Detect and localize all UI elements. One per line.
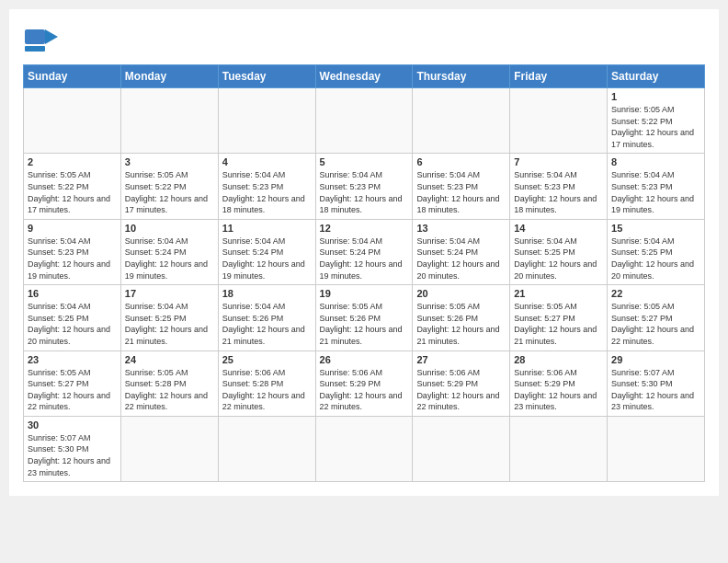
day-number: 17 xyxy=(125,288,214,299)
svg-rect-0 xyxy=(25,29,45,44)
day-number: 13 xyxy=(416,223,506,234)
day-info: Sunrise: 5:07 AM Sunset: 5:30 PM Dayligh… xyxy=(28,432,117,478)
calendar-day-cell: 16Sunrise: 5:04 AM Sunset: 5:25 PM Dayli… xyxy=(24,285,121,350)
weekday-header-monday: Monday xyxy=(120,65,218,88)
day-number: 2 xyxy=(28,156,117,167)
day-number: 27 xyxy=(416,354,506,365)
weekday-header-thursday: Thursday xyxy=(413,65,510,88)
calendar-day-cell: 14Sunrise: 5:04 AM Sunset: 5:25 PM Dayli… xyxy=(510,219,608,284)
day-info: Sunrise: 5:04 AM Sunset: 5:23 PM Dayligh… xyxy=(514,169,603,215)
calendar: SundayMondayTuesdayWednesdayThursdayFrid… xyxy=(23,64,705,482)
day-info: Sunrise: 5:05 AM Sunset: 5:28 PM Dayligh… xyxy=(125,367,214,413)
day-number: 25 xyxy=(222,354,312,365)
day-number: 28 xyxy=(514,354,603,365)
calendar-day-cell: 13Sunrise: 5:04 AM Sunset: 5:24 PM Dayli… xyxy=(413,219,510,284)
calendar-day-cell: 1Sunrise: 5:05 AM Sunset: 5:22 PM Daylig… xyxy=(608,88,705,154)
day-number: 8 xyxy=(611,156,700,167)
day-number: 9 xyxy=(28,223,117,234)
calendar-day-cell: 4Sunrise: 5:04 AM Sunset: 5:23 PM Daylig… xyxy=(218,154,315,219)
calendar-day-cell xyxy=(315,88,413,154)
calendar-day-cell xyxy=(218,88,315,154)
day-number: 11 xyxy=(222,223,312,234)
calendar-day-cell xyxy=(608,416,705,481)
day-number: 30 xyxy=(28,419,117,431)
svg-rect-2 xyxy=(25,46,45,52)
calendar-day-cell xyxy=(218,416,315,481)
day-number: 26 xyxy=(320,354,409,365)
svg-marker-1 xyxy=(45,29,58,44)
weekday-header-friday: Friday xyxy=(510,65,608,88)
day-number: 19 xyxy=(320,288,409,299)
weekday-row: SundayMondayTuesdayWednesdayThursdayFrid… xyxy=(24,65,705,88)
calendar-day-cell xyxy=(510,416,608,481)
page: SundayMondayTuesdayWednesdayThursdayFrid… xyxy=(9,9,719,496)
day-info: Sunrise: 5:04 AM Sunset: 5:23 PM Dayligh… xyxy=(320,169,409,215)
day-info: Sunrise: 5:04 AM Sunset: 5:25 PM Dayligh… xyxy=(125,301,214,347)
day-number: 15 xyxy=(611,223,700,234)
calendar-day-cell: 21Sunrise: 5:05 AM Sunset: 5:27 PM Dayli… xyxy=(510,285,608,350)
calendar-day-cell: 10Sunrise: 5:04 AM Sunset: 5:24 PM Dayli… xyxy=(120,219,218,284)
calendar-day-cell: 19Sunrise: 5:05 AM Sunset: 5:26 PM Dayli… xyxy=(315,285,413,350)
calendar-week-row: 16Sunrise: 5:04 AM Sunset: 5:25 PM Dayli… xyxy=(24,285,705,350)
day-info: Sunrise: 5:07 AM Sunset: 5:30 PM Dayligh… xyxy=(611,367,700,413)
calendar-day-cell: 26Sunrise: 5:06 AM Sunset: 5:29 PM Dayli… xyxy=(315,350,413,416)
day-info: Sunrise: 5:04 AM Sunset: 5:25 PM Dayligh… xyxy=(611,236,700,282)
calendar-day-cell: 29Sunrise: 5:07 AM Sunset: 5:30 PM Dayli… xyxy=(608,350,705,416)
calendar-day-cell xyxy=(413,88,510,154)
calendar-day-cell: 12Sunrise: 5:04 AM Sunset: 5:24 PM Dayli… xyxy=(315,219,413,284)
day-info: Sunrise: 5:05 AM Sunset: 5:27 PM Dayligh… xyxy=(514,301,603,347)
calendar-day-cell: 22Sunrise: 5:05 AM Sunset: 5:27 PM Dayli… xyxy=(608,285,705,350)
weekday-header-tuesday: Tuesday xyxy=(218,65,315,88)
day-number: 14 xyxy=(514,223,603,234)
day-info: Sunrise: 5:06 AM Sunset: 5:28 PM Dayligh… xyxy=(222,367,312,413)
calendar-day-cell: 17Sunrise: 5:04 AM Sunset: 5:25 PM Dayli… xyxy=(120,285,218,350)
calendar-day-cell xyxy=(510,88,608,154)
day-info: Sunrise: 5:04 AM Sunset: 5:25 PM Dayligh… xyxy=(28,301,117,347)
calendar-day-cell: 8Sunrise: 5:04 AM Sunset: 5:23 PM Daylig… xyxy=(608,154,705,219)
logo xyxy=(23,22,63,59)
day-number: 21 xyxy=(514,288,603,299)
day-info: Sunrise: 5:05 AM Sunset: 5:22 PM Dayligh… xyxy=(125,169,214,215)
day-info: Sunrise: 5:05 AM Sunset: 5:26 PM Dayligh… xyxy=(416,301,506,347)
day-number: 20 xyxy=(416,288,506,299)
day-number: 29 xyxy=(611,354,700,365)
calendar-day-cell xyxy=(315,416,413,481)
calendar-day-cell: 24Sunrise: 5:05 AM Sunset: 5:28 PM Dayli… xyxy=(120,350,218,416)
day-number: 10 xyxy=(125,223,214,234)
calendar-week-row: 1Sunrise: 5:05 AM Sunset: 5:22 PM Daylig… xyxy=(24,88,705,154)
day-info: Sunrise: 5:05 AM Sunset: 5:22 PM Dayligh… xyxy=(28,169,117,215)
weekday-header-saturday: Saturday xyxy=(608,65,705,88)
calendar-day-cell: 2Sunrise: 5:05 AM Sunset: 5:22 PM Daylig… xyxy=(24,154,121,219)
day-number: 5 xyxy=(320,156,409,167)
day-number: 1 xyxy=(611,91,700,102)
day-info: Sunrise: 5:04 AM Sunset: 5:24 PM Dayligh… xyxy=(222,236,312,282)
day-number: 12 xyxy=(320,223,409,234)
day-number: 24 xyxy=(125,354,214,365)
calendar-day-cell xyxy=(24,88,121,154)
calendar-day-cell: 6Sunrise: 5:04 AM Sunset: 5:23 PM Daylig… xyxy=(413,154,510,219)
day-info: Sunrise: 5:04 AM Sunset: 5:23 PM Dayligh… xyxy=(416,169,506,215)
day-info: Sunrise: 5:04 AM Sunset: 5:23 PM Dayligh… xyxy=(222,169,312,215)
calendar-day-cell: 23Sunrise: 5:05 AM Sunset: 5:27 PM Dayli… xyxy=(24,350,121,416)
calendar-day-cell xyxy=(120,88,218,154)
calendar-day-cell: 7Sunrise: 5:04 AM Sunset: 5:23 PM Daylig… xyxy=(510,154,608,219)
day-info: Sunrise: 5:04 AM Sunset: 5:24 PM Dayligh… xyxy=(416,236,506,282)
calendar-day-cell: 11Sunrise: 5:04 AM Sunset: 5:24 PM Dayli… xyxy=(218,219,315,284)
calendar-day-cell: 15Sunrise: 5:04 AM Sunset: 5:25 PM Dayli… xyxy=(608,219,705,284)
day-info: Sunrise: 5:04 AM Sunset: 5:23 PM Dayligh… xyxy=(28,236,117,282)
calendar-day-cell: 27Sunrise: 5:06 AM Sunset: 5:29 PM Dayli… xyxy=(413,350,510,416)
day-number: 16 xyxy=(28,288,117,299)
calendar-day-cell: 3Sunrise: 5:05 AM Sunset: 5:22 PM Daylig… xyxy=(120,154,218,219)
calendar-day-cell: 25Sunrise: 5:06 AM Sunset: 5:28 PM Dayli… xyxy=(218,350,315,416)
header xyxy=(23,18,705,59)
day-info: Sunrise: 5:06 AM Sunset: 5:29 PM Dayligh… xyxy=(514,367,603,413)
day-number: 7 xyxy=(514,156,603,167)
day-number: 22 xyxy=(611,288,700,299)
calendar-week-row: 23Sunrise: 5:05 AM Sunset: 5:27 PM Dayli… xyxy=(24,350,705,416)
calendar-week-row: 9Sunrise: 5:04 AM Sunset: 5:23 PM Daylig… xyxy=(24,219,705,284)
calendar-week-row: 30Sunrise: 5:07 AM Sunset: 5:30 PM Dayli… xyxy=(24,416,705,481)
calendar-day-cell: 30Sunrise: 5:07 AM Sunset: 5:30 PM Dayli… xyxy=(24,416,121,481)
day-info: Sunrise: 5:05 AM Sunset: 5:22 PM Dayligh… xyxy=(611,104,700,150)
day-number: 6 xyxy=(416,156,506,167)
day-info: Sunrise: 5:04 AM Sunset: 5:23 PM Dayligh… xyxy=(611,169,700,215)
